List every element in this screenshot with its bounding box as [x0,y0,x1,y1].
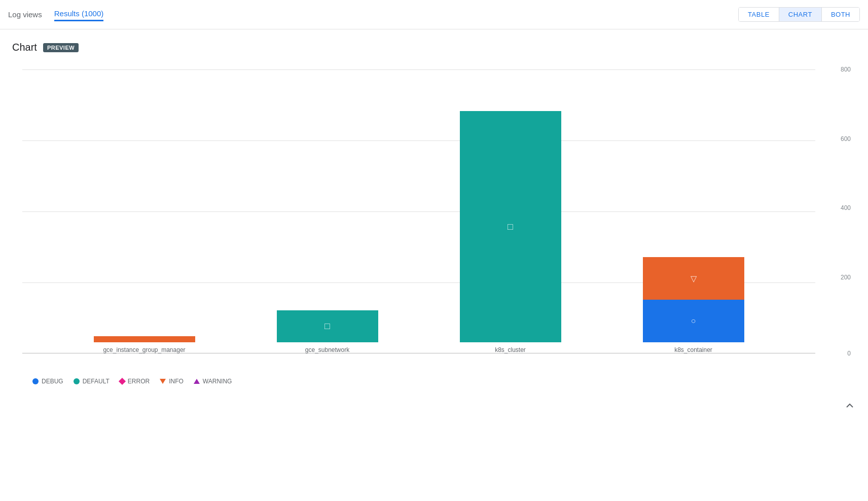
bar-icon-info-k8s-container: ▽ [691,274,697,283]
legend-item-warning: WARNING [194,378,232,385]
bar-segment-debug-k8s-container: ○ [643,300,744,342]
bar-group-gce-instance: gce_instance_group_manager [94,336,195,353]
bar-icon-subnetwork: □ [324,321,330,332]
info-label: INFO [169,378,184,385]
x-label-k8s-cluster: k8s_cluster [495,346,526,353]
warning-icon [194,379,200,384]
x-label-gce-subnetwork: gce_subnetwork [305,346,349,353]
results-tab[interactable]: Results (1000) [54,9,104,21]
bar-segment-default-gce-subnetwork: □ [277,310,378,342]
chart-button[interactable]: CHART [779,8,822,21]
bar-segment-info-k8s-container: ▽ [643,257,744,300]
info-icon [160,379,166,384]
legend-item-info: INFO [160,378,184,385]
collapse-button[interactable] [844,400,856,414]
table-button[interactable]: TABLE [739,8,779,21]
legend-item-debug: DEBUG [32,378,63,385]
view-toggle: TABLE CHART BOTH [738,7,860,22]
both-button[interactable]: BOTH [822,8,859,21]
bar-group-gce-subnetwork: □ gce_subnetwork [277,310,378,353]
log-views-link[interactable]: Log views [8,10,42,19]
preview-badge: PREVIEW [43,43,79,52]
bar-icon-debug-k8s-container: ○ [691,316,696,326]
top-bar: Log views Results (1000) TABLE CHART BOT… [0,0,868,29]
chart-area: 800 600 400 200 0 gce_instance_group_man… [12,69,856,414]
x-label-k8s-container: k8s_container [674,346,712,353]
y-label-400: 400 [841,204,851,211]
bar-segment-info-gce-instance [94,336,195,342]
error-icon [119,378,126,385]
y-label-800: 800 [841,66,851,73]
legend-item-error: ERROR [120,378,150,385]
legend-item-default: DEFAULT [74,378,110,385]
chart-title: Chart [12,42,37,53]
x-label-gce-instance: gce_instance_group_manager [103,346,185,353]
y-label-0: 0 [847,350,851,357]
content-area: Chart PREVIEW 800 600 400 200 0 [0,29,868,422]
chart-header: Chart PREVIEW [12,42,856,53]
bar-icon-k8s-cluster: □ [508,222,513,232]
warning-label: WARNING [203,378,232,385]
y-label-600: 600 [841,135,851,142]
debug-icon [32,378,39,384]
bar-group-k8s-container: ▽ ○ k8s_container [643,257,744,353]
bars-container: gce_instance_group_manager □ gce_subnetw… [22,69,815,353]
debug-label: DEBUG [42,378,63,385]
y-label-200: 200 [841,274,851,281]
bar-group-k8s-cluster: □ k8s_cluster [460,111,561,353]
default-icon [74,378,80,384]
bar-segment-default-k8s-cluster: □ [460,111,561,342]
error-label: ERROR [128,378,150,385]
chart-legend: DEBUG DEFAULT ERROR INFO WARNING [12,378,856,385]
default-label: DEFAULT [83,378,110,385]
y-axis: 800 600 400 200 0 [841,69,851,353]
